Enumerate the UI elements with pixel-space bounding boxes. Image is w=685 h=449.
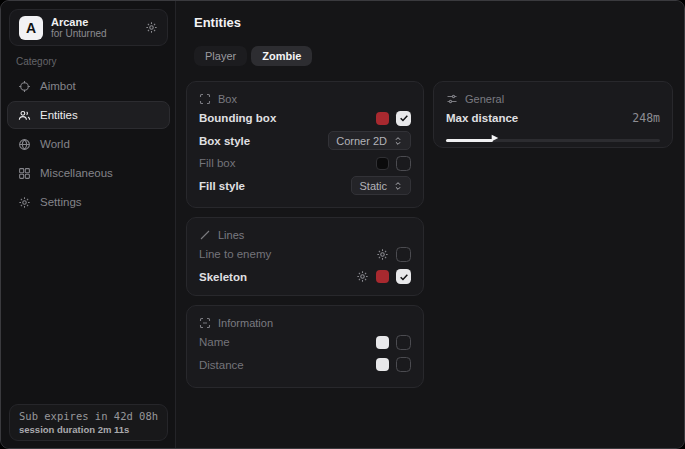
setting-row-name: Name: [199, 331, 411, 354]
slider-thumb[interactable]: [491, 134, 499, 142]
tab-bar: Player Zombie: [194, 46, 312, 66]
box-section-title: Box: [218, 93, 237, 105]
chevrons-up-down-icon: [393, 136, 403, 146]
sidebar-item-aimbot[interactable]: Aimbot: [7, 72, 170, 100]
dropdown-value: Static: [359, 180, 387, 192]
max-distance-value: 248m: [632, 111, 660, 125]
information-section-header: Information: [199, 315, 411, 331]
sidebar-item-entities[interactable]: Entities: [7, 101, 170, 129]
setting-controls: [376, 156, 411, 171]
color-swatch-white[interactable]: [376, 336, 389, 349]
box-style-dropdown[interactable]: Corner 2D: [328, 131, 411, 150]
setting-row-box-style: Box style Corner 2D: [199, 130, 411, 153]
color-swatch-red[interactable]: [376, 112, 389, 125]
setting-label: Line to enemy: [199, 248, 271, 260]
app-name: Arcane: [51, 16, 107, 28]
app-logo: A: [19, 16, 43, 40]
setting-row-distance: Distance: [199, 354, 411, 377]
category-label: Category: [16, 56, 57, 67]
sidebar-item-label: Miscellaneous: [40, 167, 113, 179]
general-section-header: General: [446, 91, 660, 107]
setting-row-line-to-enemy: Line to enemy: [199, 243, 411, 266]
sidebar-item-label: Entities: [40, 109, 78, 121]
slider-fill: [446, 139, 493, 142]
gear-icon: [17, 196, 31, 209]
app-subtitle: for Unturned: [51, 28, 107, 40]
sidebar-item-world[interactable]: World: [7, 130, 170, 158]
sub-expiry-text: Sub expires in 42d 08h: [19, 409, 158, 424]
grid-icon: [17, 167, 31, 180]
lines-section-header: Lines: [199, 227, 411, 243]
box-section: Box Bounding box Box style Corner 2D: [186, 81, 424, 208]
main-content: Entities Player Zombie Box Bounding box: [176, 1, 684, 448]
information-section: Information Name Distance: [186, 305, 424, 388]
setting-label: Skeleton: [199, 271, 247, 283]
distance-checkbox[interactable]: [396, 357, 411, 372]
setting-row-skeleton: Skeleton: [199, 266, 411, 289]
setting-label: Bounding box: [199, 112, 276, 124]
setting-row-max-distance: Max distance 248m: [446, 107, 660, 130]
max-distance-slider[interactable]: [446, 136, 660, 144]
page-title: Entities: [194, 15, 241, 30]
header-gear-icon[interactable]: [145, 21, 158, 34]
dropdown-value: Corner 2D: [336, 135, 387, 147]
setting-controls: [376, 247, 411, 262]
setting-controls: [376, 111, 411, 126]
setting-label: Distance: [199, 359, 244, 371]
lines-section-title: Lines: [218, 229, 244, 241]
users-icon: [17, 109, 31, 122]
sidebar-item-miscellaneous[interactable]: Miscellaneous: [7, 159, 170, 187]
setting-label: Fill style: [199, 180, 245, 192]
setting-label: Fill box: [199, 157, 235, 169]
app-header: A Arcane for Unturned: [9, 9, 168, 46]
information-section-title: Information: [218, 317, 273, 329]
tab-zombie[interactable]: Zombie: [251, 46, 312, 66]
sidebar-item-settings[interactable]: Settings: [7, 188, 170, 216]
box-corners-icon: [199, 93, 211, 105]
app-window: A Arcane for Unturned Category Aimbot: [0, 0, 685, 449]
sidebar-nav: Aimbot Entities World Miscellaneous: [7, 72, 170, 216]
sliders-icon: [446, 93, 458, 105]
crosshair-icon: [17, 80, 31, 93]
line-to-enemy-checkbox[interactable]: [396, 247, 411, 262]
general-section-title: General: [465, 93, 504, 105]
sidebar-item-label: Aimbot: [40, 80, 76, 92]
row-settings-gear-icon[interactable]: [376, 248, 389, 261]
tab-player[interactable]: Player: [194, 46, 247, 66]
color-swatch-white[interactable]: [376, 358, 389, 371]
bounding-box-checkbox[interactable]: [396, 111, 411, 126]
setting-controls: [356, 269, 411, 284]
sidebar-item-label: World: [40, 138, 70, 150]
setting-row-fill-style: Fill style Static: [199, 175, 411, 198]
skeleton-checkbox[interactable]: [396, 269, 411, 284]
setting-label: Name: [199, 336, 230, 348]
box-section-header: Box: [199, 91, 411, 107]
color-swatch-black[interactable]: [376, 157, 389, 170]
session-duration-text: session duration 2m 11s: [19, 424, 158, 436]
lines-section: Lines Line to enemy Skeleton: [186, 217, 424, 296]
name-checkbox[interactable]: [396, 335, 411, 350]
setting-controls: [376, 357, 411, 372]
fill-style-dropdown[interactable]: Static: [351, 176, 411, 195]
globe-icon: [17, 138, 31, 151]
setting-label: Max distance: [446, 112, 518, 124]
setting-controls: [376, 335, 411, 350]
setting-row-fill-box: Fill box: [199, 152, 411, 175]
chevrons-up-down-icon: [393, 181, 403, 191]
setting-row-bounding-box: Bounding box: [199, 107, 411, 130]
sidebar-item-label: Settings: [40, 196, 82, 208]
scan-text-icon: [199, 317, 211, 329]
color-swatch-red[interactable]: [376, 270, 389, 283]
row-settings-gear-icon[interactable]: [356, 270, 369, 283]
general-section: General Max distance 248m: [433, 81, 673, 148]
fill-box-checkbox[interactable]: [396, 156, 411, 171]
setting-label: Box style: [199, 135, 250, 147]
sidebar: A Arcane for Unturned Category Aimbot: [1, 1, 176, 448]
app-title-block: Arcane for Unturned: [51, 16, 107, 40]
subscription-info: Sub expires in 42d 08h session duration …: [9, 404, 168, 441]
diagonal-line-icon: [199, 229, 211, 241]
